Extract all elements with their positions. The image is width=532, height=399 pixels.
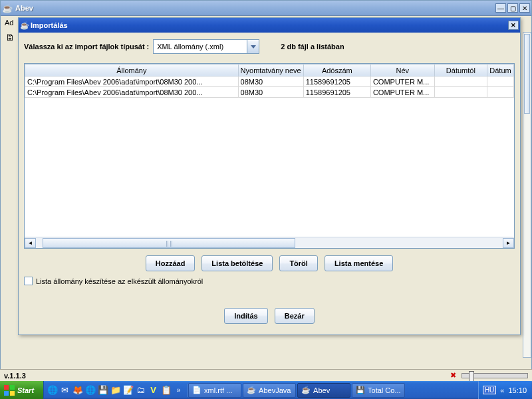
cell: COMPUTER M...: [370, 76, 434, 87]
taskbar-item-icon: ☕: [301, 386, 311, 394]
zoom-slider[interactable]: [462, 373, 528, 378]
start-label: Start: [17, 386, 34, 394]
ql-icon[interactable]: 🌐: [84, 384, 96, 397]
main-title: Abev: [15, 4, 495, 12]
ql-icon[interactable]: 📋: [160, 384, 172, 397]
main-titlebar: ☕ Abev — ▢ ✕: [1, 1, 531, 16]
statusbar: v.1.1.3 ✖: [0, 369, 532, 381]
scroll-track[interactable]: [36, 238, 503, 248]
col-adoszam[interactable]: Adószám: [303, 65, 370, 76]
filter-label: Válassza ki az import fájlok típusát :: [24, 43, 149, 51]
scroll-thumb[interactable]: [43, 238, 295, 248]
toolbar-doc-icon[interactable]: 🗎: [3, 31, 17, 44]
import-dialog: ☕ Importálás ✕ Válassza ki az import fáj…: [18, 17, 521, 335]
windows-icon: [4, 385, 15, 396]
taskbar-item-icon: 📄: [192, 386, 201, 394]
cell: [487, 76, 513, 87]
table-row[interactable]: C:\Program Files\Abev 2006\adat\import\0…: [25, 76, 514, 87]
start-button[interactable]: Indítás: [224, 308, 267, 324]
add-button[interactable]: Hozzáad: [146, 255, 196, 271]
cell: 08M30: [238, 76, 303, 87]
svg-marker-0: [251, 45, 256, 49]
taskbar-item[interactable]: 📄xml.rtf ...: [188, 383, 241, 398]
taskbar-item-icon: ☕: [247, 386, 256, 394]
clock: 15:10: [508, 386, 527, 394]
cell: 11589691205: [303, 87, 370, 98]
dialog-title: Importálás: [31, 21, 508, 29]
col-nev[interactable]: Név: [370, 65, 434, 76]
scroll-left-button[interactable]: ◄: [25, 238, 36, 248]
ql-icon[interactable]: 🌐: [47, 384, 58, 397]
cell: [487, 87, 513, 98]
delete-button[interactable]: Töröl: [279, 255, 318, 271]
table-row[interactable]: C:\Program Files\Abev 2006\adat\import\0…: [25, 87, 514, 98]
scrollbar-thumb[interactable]: [524, 34, 530, 114]
chevron-down-icon[interactable]: [247, 40, 259, 53]
cell: C:\Program Files\Abev 2006\adat\import\0…: [25, 87, 239, 98]
cell: 11589691205: [303, 76, 370, 87]
version-label: v.1.1.3: [4, 372, 26, 380]
ql-icon[interactable]: ✉: [59, 384, 70, 397]
ql-icon[interactable]: V: [148, 384, 159, 397]
taskbar-item-label: xml.rtf ...: [204, 386, 232, 394]
close-button[interactable]: ✕: [519, 3, 530, 13]
col-datumtol[interactable]: Dátumtól: [434, 65, 487, 76]
checkbox-label: Lista állomány készítése az elkészült ál…: [36, 277, 203, 285]
taskbar-item-label: Total Co...: [368, 386, 401, 394]
col-nyomtatvany[interactable]: Nyomtatvány neve: [238, 65, 303, 76]
cell: 08M30: [238, 87, 303, 98]
right-scrollbar[interactable]: [523, 32, 531, 358]
ql-icon[interactable]: 📁: [110, 384, 121, 397]
java-icon: ☕: [2, 3, 13, 13]
quick-launch: 🌐 ✉ 🦊 🌐 💾 📁 📝 🗂 V 📋 »: [44, 384, 188, 397]
taskbar-item[interactable]: ☕AbevJava: [243, 383, 296, 398]
system-tray: HU « 15:10: [478, 381, 531, 399]
tray-lang[interactable]: HU: [483, 386, 496, 394]
scroll-right-button[interactable]: ►: [503, 238, 514, 248]
file-table: Állomány Nyomtatvány neve Adószám Név Dá…: [24, 63, 515, 249]
cell: [434, 87, 487, 98]
dialog-titlebar: ☕ Importálás ✕: [19, 18, 520, 33]
delete-icon[interactable]: ✖: [448, 371, 458, 380]
cell: COMPUTER M...: [370, 87, 434, 98]
menu-item[interactable]: Ad: [5, 19, 13, 27]
taskbar-item-icon: 💾: [356, 386, 365, 394]
dialog-close-button[interactable]: ✕: [508, 21, 519, 30]
cell: [434, 76, 487, 87]
horizontal-scrollbar[interactable]: ◄ ►: [25, 237, 514, 248]
save-list-button[interactable]: Lista mentése: [325, 255, 393, 271]
taskbar-item-label: Abev: [313, 386, 330, 394]
taskbar-item[interactable]: ☕Abev: [297, 383, 350, 398]
minimize-button[interactable]: —: [495, 3, 506, 13]
ql-icon[interactable]: 🦊: [72, 384, 83, 397]
taskbar-item[interactable]: 💾Total Co...: [352, 383, 405, 398]
ql-icon[interactable]: 🗂: [135, 384, 146, 397]
ql-icon[interactable]: 💾: [97, 384, 108, 397]
col-allomany[interactable]: Állomány: [25, 65, 239, 76]
close-button[interactable]: Bezár: [275, 308, 315, 324]
tray-expand[interactable]: «: [500, 386, 504, 394]
col-datum[interactable]: Dátum: [487, 65, 513, 76]
start-button[interactable]: Start: [0, 381, 44, 399]
load-list-button[interactable]: Lista betöltése: [201, 255, 273, 271]
combo-value: XML állomány (.xml): [154, 43, 247, 51]
ql-expand-icon[interactable]: »: [173, 384, 184, 397]
taskbar: Start 🌐 ✉ 🦊 🌐 💾 📁 📝 🗂 V 📋 » 📄xml.rtf ...…: [0, 381, 532, 399]
cell: C:\Program Files\Abev 2006\adat\import\0…: [25, 76, 239, 87]
ql-icon[interactable]: 📝: [122, 384, 134, 397]
create-list-checkbox[interactable]: [24, 277, 33, 285]
maximize-button[interactable]: ▢: [507, 3, 518, 13]
taskbar-item-label: AbevJava: [259, 386, 291, 394]
zoom-thumb[interactable]: [469, 371, 474, 382]
java-icon: ☕: [20, 21, 29, 30]
file-count-label: 2 db fájl a listában: [281, 43, 344, 51]
file-type-combo[interactable]: XML állomány (.xml): [153, 39, 259, 54]
